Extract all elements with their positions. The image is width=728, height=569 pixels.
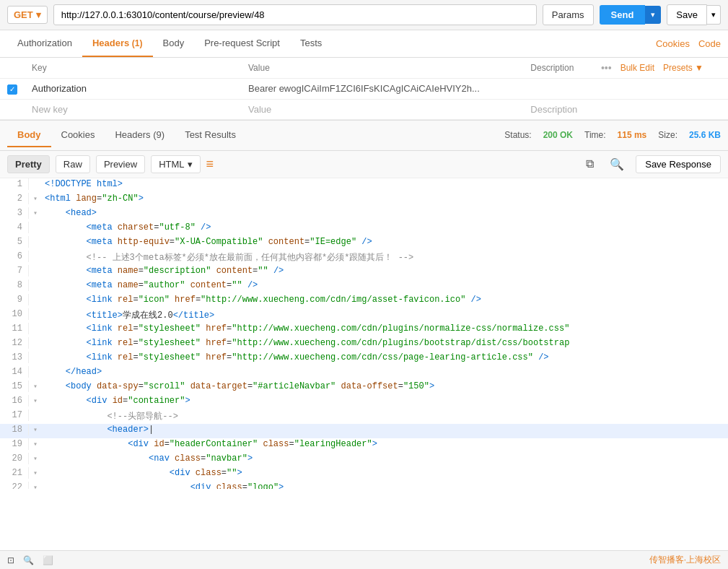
view-bar: Pretty Raw Preview HTML ▾ ≡ ⧉ 🔍 Save Res… [0, 151, 728, 178]
tab-tests[interactable]: Tests [290, 30, 332, 57]
request-tabs: Authorization Headers (1) Body Pre-reque… [0, 30, 728, 58]
line-number: 22 [0, 482, 29, 489]
new-desc-cell[interactable]: Description [523, 99, 594, 119]
line-content: <meta name="author" content="" /> [42, 279, 260, 291]
line-content: <!DOCTYPE html> [42, 178, 126, 190]
line-toggle[interactable]: ▾ [29, 395, 42, 405]
line-number: 15 [0, 381, 29, 392]
col-actions: ••• Bulk Edit Presets ▼ [594, 58, 728, 79]
line-content: </head> [42, 366, 105, 378]
headers-table: Key Value Description ••• Bulk Edit Pres… [0, 58, 728, 120]
format-select[interactable]: HTML ▾ [151, 155, 200, 173]
line-toggle[interactable] [29, 251, 42, 252]
line-content: <!--头部导航--> [42, 409, 181, 423]
line-toggle[interactable]: ▾ [29, 438, 42, 448]
save-button-group: Save ▾ [667, 4, 721, 25]
top-bar: GET ▾ Params Send ▾ Save ▾ [0, 0, 728, 30]
save-response-button[interactable]: Save Response [636, 155, 721, 173]
code-line-14: 14 </head> [0, 366, 728, 381]
code-line-9: 9 <link rel="icon" href="http://www.xuec… [0, 294, 728, 308]
code-line-5: 5 <meta http-equiv="X-UA-Compatible" con… [0, 236, 728, 251]
size-label: Size: [658, 130, 677, 140]
new-value-cell[interactable]: Value [241, 99, 523, 119]
line-toggle[interactable] [29, 236, 42, 238]
line-content: <title>学成在线2.0</title> [42, 308, 217, 322]
line-number: 13 [0, 352, 29, 363]
save-dropdown-button[interactable]: ▾ [707, 5, 721, 25]
line-toggle[interactable] [29, 323, 42, 324]
line-number: 17 [0, 409, 29, 421]
line-toggle[interactable] [29, 409, 42, 411]
method-select[interactable]: GET ▾ [7, 6, 48, 24]
line-content: <!-- 上述3个meta标签*必须*放在最前面，任何其他内容都*必须*跟随其后… [42, 251, 416, 264]
raw-button[interactable]: Raw [56, 155, 90, 173]
line-toggle[interactable]: ▾ [29, 381, 42, 391]
line-toggle[interactable]: ▾ [29, 424, 42, 434]
tab-body[interactable]: Body [153, 30, 195, 57]
send-button[interactable]: Send [600, 5, 646, 25]
line-toggle[interactable]: ▾ [29, 482, 42, 489]
line-toggle[interactable] [29, 352, 42, 353]
copy-button[interactable]: ⧉ [582, 156, 598, 172]
col-description: Description [523, 58, 594, 79]
res-tab-cookies[interactable]: Cookies [51, 123, 105, 147]
tab-pre-request-script[interactable]: Pre-request Script [194, 30, 290, 57]
new-key-cell[interactable]: New key [25, 99, 241, 119]
row-desc-cell [523, 79, 594, 100]
preview-button[interactable]: Preview [96, 155, 145, 173]
cookies-link[interactable]: Cookies [656, 38, 690, 49]
send-dropdown-button[interactable]: ▾ [645, 6, 661, 24]
params-button[interactable]: Params [543, 4, 594, 25]
url-input[interactable] [53, 4, 537, 25]
res-tab-test-results[interactable]: Test Results [175, 123, 246, 147]
line-toggle[interactable] [29, 308, 42, 310]
search-button[interactable]: 🔍 [605, 156, 628, 173]
tab-headers[interactable]: Headers (1) [82, 30, 153, 57]
line-number: 2 [0, 193, 29, 204]
row-checkbox-cell[interactable]: ✓ [0, 79, 25, 100]
res-tab-headers[interactable]: Headers (9) [105, 123, 175, 147]
line-content: <div id="headerContainer" class="learing… [42, 438, 380, 450]
view-bar-right: ⧉ 🔍 Save Response [582, 155, 721, 173]
line-content: <meta name="description" content="" /> [42, 265, 286, 277]
code-line-1: 1 <!DOCTYPE html> [0, 178, 728, 193]
line-number: 10 [0, 308, 29, 320]
line-toggle[interactable] [29, 366, 42, 368]
tab-authorization[interactable]: Authorization [7, 30, 82, 57]
code-line-3: 3 ▾ <head> [0, 207, 728, 222]
line-toggle[interactable] [29, 222, 42, 223]
line-content: <link rel="stylesheet" href="http://www.… [42, 352, 552, 363]
line-toggle[interactable] [29, 294, 42, 295]
save-button[interactable]: Save [667, 4, 707, 25]
more-icon[interactable]: ••• [601, 62, 612, 74]
code-line-2: 2 ▾ <html lang="zh-CN"> [0, 193, 728, 207]
line-toggle[interactable]: ▾ [29, 467, 42, 477]
line-toggle[interactable] [29, 178, 42, 180]
code-link[interactable]: Code [698, 38, 721, 49]
bulk-edit-link[interactable]: Bulk Edit [620, 63, 654, 73]
new-actions-cell [594, 99, 728, 119]
time-value: 115 ms [618, 130, 647, 140]
line-number: 8 [0, 279, 29, 291]
line-toggle[interactable] [29, 265, 42, 266]
code-line-10: 10 <title>学成在线2.0</title> [0, 308, 728, 323]
col-key: Key [25, 58, 241, 79]
pretty-button[interactable]: Pretty [7, 155, 50, 173]
code-container: 1 <!DOCTYPE html> 2 ▾ <html lang="zh-CN"… [0, 178, 728, 489]
line-toggle[interactable]: ▾ [29, 207, 42, 217]
line-number: 11 [0, 323, 29, 334]
line-toggle[interactable] [29, 279, 42, 281]
status-code: 200 OK [543, 130, 573, 140]
code-line-22: 22 ▾ <div class="logo"> [0, 482, 728, 489]
status-info: Status: 200 OK Time: 115 ms Size: 25.6 K… [504, 130, 721, 140]
line-number: 4 [0, 222, 29, 233]
wrap-icon[interactable]: ≡ [206, 157, 214, 172]
presets-link[interactable]: Presets ▼ [663, 63, 703, 73]
checkbox[interactable]: ✓ [7, 84, 17, 95]
line-toggle[interactable]: ▾ [29, 453, 42, 463]
res-tab-body[interactable]: Body [7, 123, 51, 147]
line-content: <html lang="zh-CN"> [42, 193, 146, 204]
col-value: Value [241, 58, 523, 79]
line-toggle[interactable]: ▾ [29, 193, 42, 203]
line-toggle[interactable] [29, 337, 42, 339]
